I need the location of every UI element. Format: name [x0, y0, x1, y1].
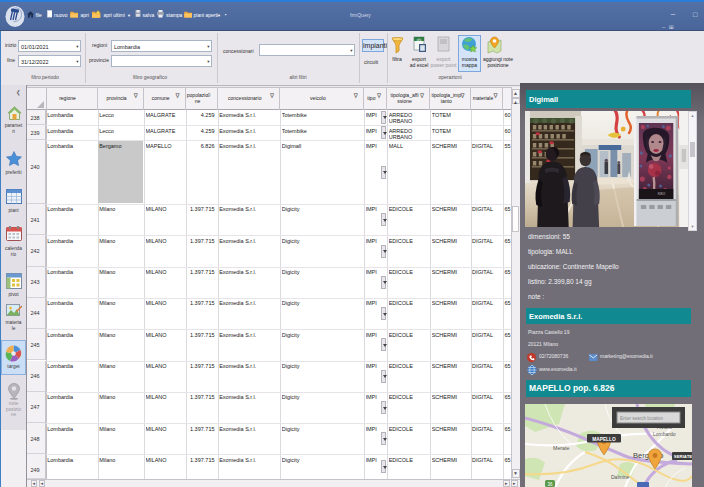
- svg-text:Enter search location: Enter search location: [620, 415, 664, 420]
- svg-text:KIKO: KIKO: [658, 193, 666, 197]
- svg-text:Merate: Merate: [553, 445, 570, 451]
- svg-text:Dalmine: Dalmine: [611, 474, 630, 480]
- svg-text:MAPELLO: MAPELLO: [592, 436, 616, 441]
- svg-text:SERIATE: SERIATE: [674, 454, 692, 459]
- svg-text:Lombardo: Lombardo: [653, 431, 676, 437]
- svg-text:36: 36: [547, 481, 553, 486]
- svg-text:xls: xls: [417, 38, 422, 42]
